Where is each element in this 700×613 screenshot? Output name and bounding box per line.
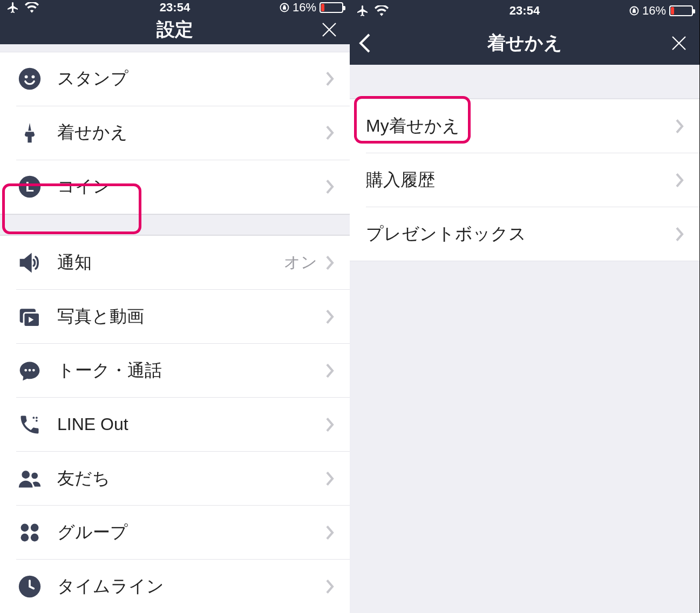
settings-group-shop: スタンプ 着せかえ L コイン: [0, 52, 350, 214]
row-my-themes[interactable]: My着せかえ: [350, 99, 699, 153]
coin-l-icon: L: [16, 173, 43, 200]
row-notifications[interactable]: 通知 オン: [0, 235, 350, 289]
svg-point-17: [31, 523, 39, 532]
svg-point-13: [36, 419, 38, 421]
svg-point-9: [29, 369, 31, 371]
row-label: 写真と動画: [57, 305, 325, 329]
chevron-right-icon: [325, 125, 335, 141]
paintbrush-icon: [16, 119, 43, 146]
chevron-right-icon: [325, 525, 335, 541]
airplane-mode-icon: [6, 1, 19, 14]
svg-point-2: [25, 76, 28, 79]
svg-point-14: [22, 471, 30, 479]
speaker-icon: [16, 249, 43, 276]
phone-icon: [16, 411, 43, 438]
row-talk-call[interactable]: トーク・通話: [16, 343, 350, 397]
chevron-right-icon: [325, 471, 335, 487]
svg-point-12: [36, 417, 38, 419]
status-bar: 23:54 16%: [0, 0, 350, 15]
battery-percentage: 16%: [642, 4, 666, 18]
close-icon: [320, 20, 339, 39]
row-value: オン: [284, 251, 317, 274]
chevron-right-icon: [675, 226, 684, 242]
chevron-right-icon: [675, 172, 684, 188]
row-label: スタンプ: [57, 67, 325, 91]
row-label: 通知: [57, 251, 284, 275]
friends-icon: [16, 465, 43, 492]
chevron-right-icon: [675, 118, 684, 134]
wifi-icon: [375, 5, 389, 16]
svg-point-3: [31, 76, 35, 79]
clock-icon: [16, 573, 43, 600]
svg-point-1: [19, 68, 40, 90]
row-groups[interactable]: グループ: [16, 505, 350, 559]
grid-icon: [16, 519, 43, 546]
close-button[interactable]: [317, 18, 341, 42]
chevron-right-icon: [325, 309, 335, 325]
svg-point-15: [31, 472, 38, 479]
themes-screen: 23:54 16% 着せかえ My着せかえ 購入履歴 プレゼントボックス: [350, 0, 699, 613]
status-bar: 23:54 16%: [350, 0, 699, 22]
row-gift-box[interactable]: プレゼントボックス: [366, 207, 699, 261]
svg-point-16: [21, 523, 29, 532]
row-label: 友だち: [57, 467, 325, 491]
settings-group-general: 通知 オン 写真と動画 トーク・通話 LINE Out: [0, 235, 350, 613]
row-stamps[interactable]: スタンプ: [0, 52, 350, 106]
lock-icon: [629, 6, 639, 16]
svg-point-19: [31, 533, 39, 541]
row-label: グループ: [57, 521, 325, 544]
svg-point-8: [24, 369, 27, 371]
row-label: My着せかえ: [366, 114, 675, 138]
back-button[interactable]: [358, 31, 382, 55]
chevron-right-icon: [325, 417, 335, 433]
status-time: 23:54: [468, 4, 581, 18]
chevron-right-icon: [325, 578, 335, 595]
media-icon: [16, 303, 43, 330]
chevron-left-icon: [358, 32, 371, 54]
settings-screen: 23:54 16% 設定 スタンプ 着せかえ: [0, 0, 350, 613]
chevron-right-icon: [325, 255, 335, 271]
status-time: 23:54: [119, 1, 231, 15]
svg-point-10: [32, 369, 35, 371]
svg-point-18: [21, 533, 29, 541]
chat-icon: [16, 357, 43, 384]
svg-text:L: L: [25, 180, 34, 195]
row-label: タイムライン: [57, 575, 325, 598]
close-icon: [669, 33, 689, 53]
battery-icon: [669, 5, 693, 16]
row-friends[interactable]: 友だち: [16, 451, 350, 505]
close-button[interactable]: [667, 31, 691, 55]
row-label: LINE Out: [57, 414, 325, 434]
row-themes[interactable]: 着せかえ: [16, 106, 350, 160]
row-purchase-history[interactable]: 購入履歴: [366, 153, 699, 207]
chevron-right-icon: [325, 363, 335, 379]
chevron-right-icon: [325, 71, 335, 87]
row-label: 着せかえ: [57, 121, 325, 145]
row-photos-video[interactable]: 写真と動画: [16, 289, 350, 343]
battery-icon: [320, 2, 343, 13]
svg-point-11: [33, 417, 35, 419]
themes-list: My着せかえ 購入履歴 プレゼントボックス: [350, 98, 699, 261]
wifi-icon: [25, 2, 39, 13]
row-label: トーク・通話: [57, 359, 325, 383]
chevron-right-icon: [325, 179, 335, 195]
airplane-mode-icon: [356, 4, 369, 17]
row-coins[interactable]: L コイン: [16, 160, 350, 214]
battery-percentage: 16%: [293, 1, 316, 15]
nav-bar: 着せかえ: [350, 22, 699, 65]
row-label: コイン: [57, 175, 325, 199]
lock-icon: [280, 3, 289, 12]
page-title: 設定: [0, 17, 350, 42]
row-label: 購入履歴: [366, 168, 675, 192]
page-title: 着せかえ: [350, 31, 699, 56]
row-line-out[interactable]: LINE Out: [16, 397, 350, 451]
smile-icon: [16, 65, 43, 92]
nav-bar: 設定: [0, 15, 350, 44]
row-label: プレゼントボックス: [366, 222, 675, 246]
row-timeline[interactable]: タイムライン: [16, 559, 350, 613]
